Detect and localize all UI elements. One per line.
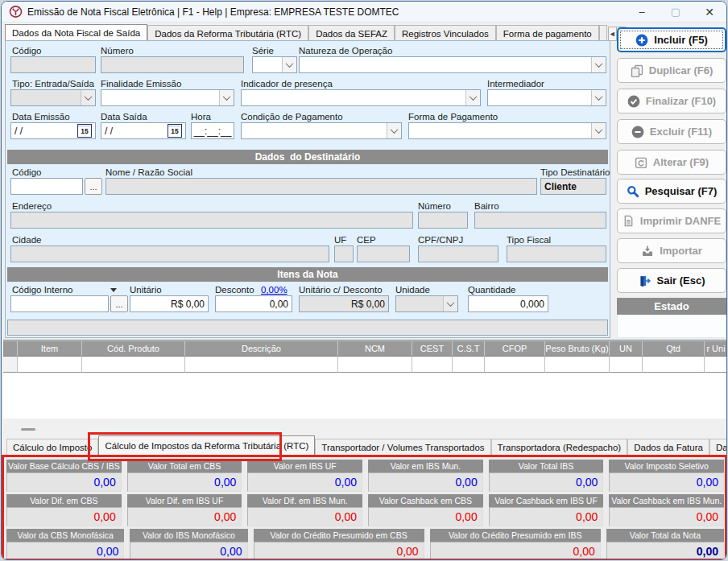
codigo-label: Código xyxy=(12,46,41,56)
summary-row-1: Valor Base Cálculo CBS / IBS0,00 Valor T… xyxy=(6,460,724,492)
app-logo-icon xyxy=(9,5,23,19)
box-label: Valor Cashback em CBS xyxy=(368,494,483,507)
hora-field[interactable]: __:__:__ xyxy=(191,122,234,139)
tab-dados-fatura[interactable]: Dados da Fatura xyxy=(627,439,709,456)
box-value: 0,00 xyxy=(368,472,483,492)
col-un[interactable]: UN xyxy=(610,340,643,357)
duplicar-button[interactable]: Duplicar (F6) xyxy=(617,58,726,83)
desconto-field[interactable]: 0,00 xyxy=(215,295,292,312)
condicao-pagamento-select[interactable] xyxy=(241,122,402,139)
chevron-down-icon[interactable] xyxy=(591,90,606,105)
splitter-handle[interactable] xyxy=(21,428,35,431)
summary-box: Valor Dif. em IBS UF0,00 xyxy=(127,494,242,526)
dest-codigo-field[interactable] xyxy=(10,178,83,195)
calendar-icon[interactable]: 15 xyxy=(77,124,92,138)
minus-circle-icon xyxy=(631,126,644,138)
summary-box: Valor do IBS Monofásico0,00 xyxy=(130,529,247,560)
tab-calculo-impostos-rtc[interactable]: Cálculo de Impostos da Reforma Tributári… xyxy=(98,435,315,456)
data-emissao-field[interactable]: / / 15 xyxy=(10,122,96,139)
codigo-interno-field[interactable] xyxy=(10,295,109,312)
col-cest[interactable]: CEST xyxy=(412,340,453,357)
natureza-operacao-select[interactable] xyxy=(299,56,606,73)
col-item[interactable]: Item xyxy=(18,340,82,357)
col-cfop[interactable]: CFOP xyxy=(485,340,545,357)
box-label: Valor Total da Nota xyxy=(606,529,724,542)
box-value: 0,00 xyxy=(6,507,122,526)
serie-select[interactable] xyxy=(252,56,297,73)
desconto-percent-link[interactable]: 0,00% xyxy=(261,285,287,295)
col-valor-unit-truncated[interactable]: r Uni xyxy=(705,340,727,357)
data-saida-field[interactable]: / / 15 xyxy=(101,122,186,139)
chevron-down-icon[interactable] xyxy=(219,90,234,105)
box-label: Valor Dif. em IBS Mun. xyxy=(247,494,362,507)
importar-button[interactable]: Importar xyxy=(617,238,726,263)
tab-scroll-left-icon[interactable]: ◄ xyxy=(608,27,617,41)
quantidade-label: Quantidade xyxy=(468,285,515,295)
unitario-field[interactable]: R$ 0,00 xyxy=(130,295,209,312)
document-icon xyxy=(623,215,635,227)
calendar-icon[interactable]: 15 xyxy=(168,124,182,138)
item-browse-button[interactable]: ... xyxy=(110,295,128,312)
tab-transportadora-redespacho[interactable]: Transportadora (Redespacho) xyxy=(491,439,628,456)
box-value: 0,00 xyxy=(609,507,724,526)
box-value: 0,00 xyxy=(127,472,242,492)
excluir-button[interactable]: Excluir (F11) xyxy=(617,119,726,144)
dest-browse-button[interactable]: ... xyxy=(85,178,102,195)
quantidade-field[interactable]: 0,000 xyxy=(468,295,548,312)
col-cst[interactable]: C.S.T xyxy=(453,340,485,357)
imprimir-danfe-button[interactable]: Imprimir DANFE xyxy=(617,208,726,233)
tab-calculo-imposto[interactable]: Cálculo do Imposto xyxy=(6,439,98,456)
chevron-down-icon[interactable] xyxy=(591,57,606,72)
pesquisar-button[interactable]: Pesquisar (F7) xyxy=(617,179,726,204)
indicador-presenca-select[interactable] xyxy=(241,89,481,106)
incluir-button[interactable]: Incluir (F5) xyxy=(617,27,726,52)
codigo-interno-caret-icon[interactable] xyxy=(110,288,117,292)
unitario-desconto-field: R$ 0,00 xyxy=(299,295,389,312)
tab-endereco-truncated[interactable]: Endereç xyxy=(599,25,607,41)
row-selector-header xyxy=(3,340,18,357)
tab-dados-reforma-tributaria[interactable]: Dados da Reforma Tributária (RTC) xyxy=(147,25,308,41)
forma-pagamento-select[interactable] xyxy=(408,122,606,139)
chevron-down-icon[interactable] xyxy=(591,123,606,138)
tab-dados-nota-fiscal-saida[interactable]: Dados da Nota Fiscal de Saída xyxy=(5,24,147,41)
col-descricao[interactable]: Descrição xyxy=(185,340,338,357)
col-qtd[interactable]: Qtd xyxy=(643,340,705,357)
box-value: 0,00 xyxy=(606,542,724,560)
itens-section-header: Itens da Nota xyxy=(7,267,608,282)
dest-numero-field xyxy=(418,212,468,229)
summary-box: Valor do Crédito Presumido em CBS0,00 xyxy=(254,529,424,560)
tab-registros-vinculados[interactable]: Registros Vinculados xyxy=(395,25,496,41)
cpf-cnpj-label: CPF/CNPJ xyxy=(418,235,463,245)
alterar-button[interactable]: Alterar (F9) xyxy=(617,150,726,175)
exit-door-icon xyxy=(639,274,651,287)
col-peso-bruto[interactable]: Peso Bruto (Kg) xyxy=(545,340,610,357)
unidade-label: Unidade xyxy=(395,285,430,295)
minimize-button[interactable]: – xyxy=(625,2,659,23)
summary-box: Valor Cashback em CBS0,00 xyxy=(368,494,483,526)
finalizar-button[interactable]: Finalizar (F10) xyxy=(617,89,726,113)
search-icon xyxy=(627,185,639,198)
col-ncm[interactable]: NCM xyxy=(338,340,412,357)
chevron-down-icon[interactable] xyxy=(387,123,401,138)
finalidade-emissao-select[interactable] xyxy=(101,89,234,106)
plus-circle-icon xyxy=(635,34,648,47)
chevron-down-icon[interactable] xyxy=(465,90,480,105)
box-label: Valor do IBS Monofásico xyxy=(130,529,247,542)
dest-codigo-label: Código xyxy=(12,167,41,177)
maximize-button[interactable]: ▢ xyxy=(659,2,693,23)
data-emissao-value: / / xyxy=(14,126,23,137)
tab-transportador-volumes[interactable]: Transportador / Volumes Transportados xyxy=(315,439,490,456)
tab-dados-adicionais-truncated[interactable]: Dados Adi xyxy=(709,439,727,456)
intermediador-select[interactable] xyxy=(487,89,606,106)
box-value: 0,00 xyxy=(247,472,362,492)
summary-box: Valor Total da Nota0,00 xyxy=(606,529,724,560)
col-cod-produto[interactable]: Cód. Produto xyxy=(82,340,185,357)
numero-label: Número xyxy=(101,46,134,56)
app-window: Emissão de Nota Fiscal Eletrônica | F1 -… xyxy=(1,1,727,560)
close-button[interactable]: ✕ xyxy=(693,2,726,23)
sair-button[interactable]: Sair (Esc) xyxy=(617,268,726,293)
tab-dados-sefaz[interactable]: Dados da SEFAZ xyxy=(308,25,395,41)
tab-forma-pagamento[interactable]: Forma de pagamento xyxy=(496,25,599,41)
box-value: 0,00 xyxy=(430,542,601,560)
chevron-down-icon[interactable] xyxy=(282,57,296,72)
